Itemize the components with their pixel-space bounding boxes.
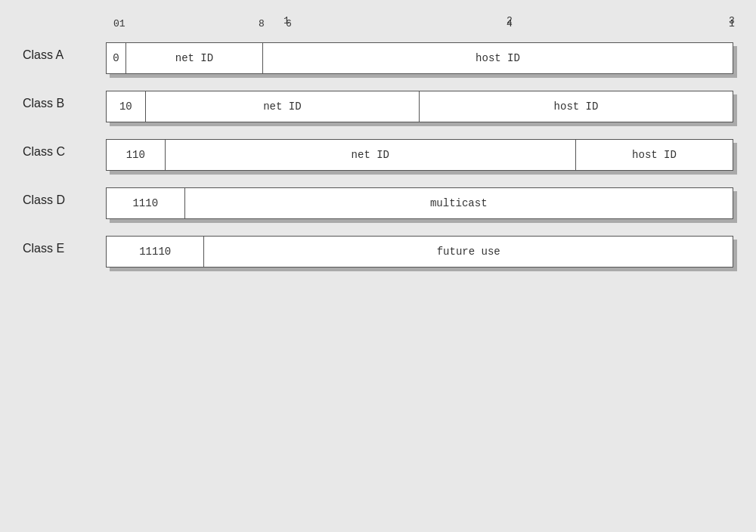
segment-1-0: 10 [107,91,146,122]
class-label-1: Class B [23,91,106,110]
segment-2-0: 110 [107,140,166,170]
bit-ruler-bottom: 01 8 6 4 1 [113,18,741,39]
class-label-0: Class A [23,42,106,62]
ruler-b-1: 1 [729,18,735,29]
segment-1-2: host ID [420,91,733,122]
class-row-class-e: Class E11110future use [23,236,733,268]
segment-4-0: 11110 [107,237,204,267]
segment-3-0: 1110 [107,188,185,218]
ruler-b-6: 6 [286,18,292,29]
diagram-box-0: 0net IDhost ID [106,42,733,74]
diagram-box-2: 110net IDhost ID [106,139,733,171]
ruler-bottom-row: 01 8 6 4 1 [113,18,741,35]
class-label-2: Class C [23,139,106,159]
class-row-class-d: Class D1110multicast [23,187,733,219]
segment-3-1: multicast [185,188,733,218]
ruler-b-4: 4 [507,18,513,29]
segment-4-1: future use [204,237,733,267]
segment-0-2: host ID [263,43,733,73]
class-row-class-a: Class A0net IDhost ID [23,42,733,74]
box-inner-1: 10net IDhost ID [106,91,733,122]
segment-0-0: 0 [107,43,126,73]
diagram-box-3: 1110multicast [106,187,733,219]
ruler-b-01: 01 [113,18,125,29]
box-inner-3: 1110multicast [106,187,733,219]
classes-container: Class A0net IDhost IDClass B10net IDhost… [23,42,733,268]
segment-0-1: net ID [126,43,263,73]
class-row-class-b: Class B10net IDhost ID [23,91,733,122]
ruler-b-8: 8 [259,18,265,29]
class-row-class-c: Class C110net IDhost ID [23,139,733,171]
diagram-box-1: 10net IDhost ID [106,91,733,122]
diagram-box-4: 11110future use [106,236,733,268]
box-inner-4: 11110future use [106,236,733,268]
box-inner-0: 0net IDhost ID [106,42,733,74]
segment-1-1: net ID [146,91,420,122]
segment-2-1: net ID [166,140,576,170]
class-label-3: Class D [23,187,106,207]
segment-2-2: host ID [576,140,733,170]
box-inner-2: 110net IDhost ID [106,139,733,171]
class-label-4: Class E [23,236,106,255]
main-container: 1 2 3 01 8 6 4 1 Class A0net IDhost IDCl… [0,0,756,299]
